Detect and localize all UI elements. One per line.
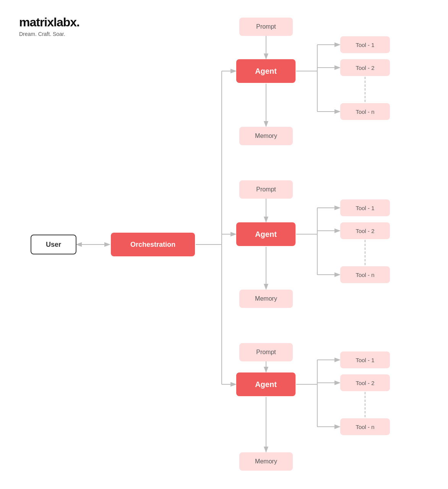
- prompt-box-3: Prompt: [239, 343, 293, 361]
- tool-1-n-label: Tool - n: [355, 108, 374, 115]
- prompt-box-2: Prompt: [239, 180, 293, 199]
- prompt-box-1: Prompt: [239, 18, 293, 36]
- tool-2-1-box: Tool - 1: [340, 199, 390, 216]
- tool-2-2-label: Tool - 2: [355, 228, 374, 234]
- memory-box-2: Memory: [239, 290, 293, 308]
- tool-1-n-box: Tool - n: [340, 103, 390, 120]
- tool-3-n-label: Tool - n: [355, 424, 374, 430]
- memory-box-3: Memory: [239, 452, 293, 471]
- tool-1-1-box: Tool - 1: [340, 36, 390, 53]
- user-label: User: [46, 241, 61, 249]
- tool-3-2-box: Tool - 2: [340, 374, 390, 391]
- tool-3-n-box: Tool - n: [340, 418, 390, 435]
- memory-box-1: Memory: [239, 127, 293, 145]
- agent-box-2: Agent: [236, 222, 295, 246]
- agent-box-1: Agent: [236, 59, 295, 83]
- tool-3-2-label: Tool - 2: [355, 380, 374, 386]
- tool-2-n-box: Tool - n: [340, 266, 390, 283]
- tool-3-1-box: Tool - 1: [340, 351, 390, 368]
- tool-1-2-label: Tool - 2: [355, 65, 374, 71]
- agent-box-3: Agent: [236, 372, 295, 396]
- tool-3-1-label: Tool - 1: [355, 357, 374, 363]
- orchestration-box: Orchestration: [111, 233, 195, 256]
- logo-area: matrixlabx. Dream. Craft. Soar.: [19, 15, 80, 37]
- memory-2-label: Memory: [255, 295, 277, 302]
- memory-3-label: Memory: [255, 458, 277, 465]
- diagram-container: matrixlabx. Dream. Craft. Soar. User Orc…: [0, 0, 448, 489]
- logo-subtitle: Dream. Craft. Soar.: [19, 31, 80, 37]
- prompt-1-label: Prompt: [256, 23, 276, 30]
- tool-1-2-box: Tool - 2: [340, 59, 390, 76]
- memory-1-label: Memory: [255, 133, 277, 139]
- tool-2-2-box: Tool - 2: [340, 222, 390, 239]
- agent-1-label: Agent: [255, 67, 277, 76]
- tool-2-n-label: Tool - n: [355, 272, 374, 278]
- prompt-2-label: Prompt: [256, 186, 276, 193]
- tool-1-1-label: Tool - 1: [355, 42, 374, 48]
- agent-3-label: Agent: [255, 380, 277, 389]
- tool-2-1-label: Tool - 1: [355, 205, 374, 211]
- agent-2-label: Agent: [255, 230, 277, 239]
- user-box: User: [31, 235, 76, 254]
- prompt-3-label: Prompt: [256, 349, 276, 356]
- logo-title: matrixlabx.: [19, 15, 80, 29]
- orchestration-label: Orchestration: [130, 241, 175, 249]
